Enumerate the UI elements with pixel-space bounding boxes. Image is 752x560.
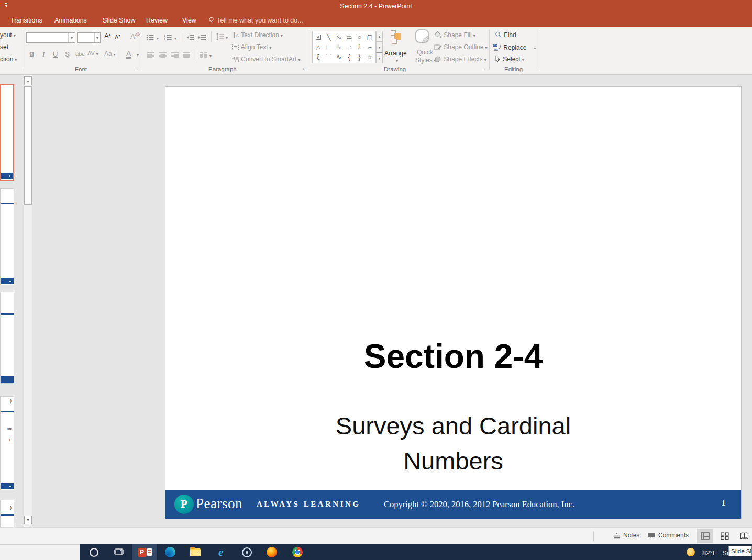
- arrange-button[interactable]: Arrange: [384, 50, 407, 57]
- increase-indent-button[interactable]: [198, 32, 206, 42]
- shape-rectangle-icon[interactable]: ▭: [346, 34, 352, 40]
- shape-arrow-icon[interactable]: ↘: [336, 34, 341, 40]
- convert-to-smartart-button[interactable]: Convert to SmartArt▾: [232, 55, 300, 63]
- change-case-button[interactable]: Aa▾: [104, 50, 116, 58]
- tab-view[interactable]: View: [182, 17, 196, 24]
- shape-elbow-connector-icon[interactable]: ∟: [326, 44, 332, 50]
- weather-widget[interactable]: [685, 546, 696, 558]
- shape-down-arrow-icon[interactable]: ⇩: [357, 44, 362, 50]
- tab-review[interactable]: Review: [146, 17, 168, 24]
- file-explorer-button[interactable]: [190, 546, 201, 558]
- slide-thumbnail-4[interactable]: ) ne I: [0, 396, 14, 490]
- shape-fill-button[interactable]: Shape Fill▾: [434, 31, 475, 39]
- shapes-more-button[interactable]: ▾: [376, 52, 383, 63]
- shape-triangle-icon[interactable]: △: [316, 44, 320, 50]
- decrease-indent-button[interactable]: [186, 32, 195, 42]
- quick-styles-button-line2[interactable]: Styles▾: [415, 57, 436, 64]
- shape-left-brace-icon[interactable]: {: [348, 54, 350, 60]
- shapes-scroll-down-button[interactable]: ▾: [376, 42, 383, 53]
- shape-curve-icon[interactable]: ∿: [336, 54, 341, 60]
- cortana-button[interactable]: [88, 546, 99, 558]
- columns-button[interactable]: ▾: [200, 50, 212, 60]
- bold-button[interactable]: B: [29, 50, 34, 58]
- line-spacing-button[interactable]: ▾: [216, 32, 228, 41]
- text-direction-button[interactable]: A Text Direction▾: [232, 31, 283, 39]
- paragraph-dialog-launcher[interactable]: ⌟: [302, 65, 304, 71]
- chevron-down-icon[interactable]: ▾: [68, 33, 75, 42]
- reset-button[interactable]: set: [0, 43, 8, 51]
- tab-transitions[interactable]: Transitions: [10, 17, 42, 24]
- replace-button[interactable]: abac Replace▾: [493, 43, 536, 51]
- scroll-up-button[interactable]: ▴: [24, 76, 32, 85]
- shape-line-icon[interactable]: ╲: [327, 34, 330, 40]
- shape-corner-icon[interactable]: ⌐: [368, 44, 372, 50]
- shrink-font-button[interactable]: A▾: [115, 33, 120, 40]
- slide-thumbnail-1-selected[interactable]: [0, 84, 14, 181]
- normal-view-button[interactable]: [697, 529, 713, 543]
- align-left-button[interactable]: [147, 50, 155, 60]
- font-name-input[interactable]: [27, 33, 68, 42]
- tell-me-box[interactable]: Tell me what you want to do...: [208, 17, 303, 24]
- select-button[interactable]: Select▾: [495, 55, 524, 63]
- drawing-dialog-launcher[interactable]: ⌟: [482, 65, 485, 71]
- align-center-button[interactable]: [159, 50, 167, 60]
- shape-rounded-rectangle-icon[interactable]: ▢: [367, 34, 372, 40]
- bullets-button[interactable]: ▾: [146, 32, 159, 42]
- shape-scribble-icon[interactable]: ξ: [317, 54, 319, 60]
- shape-right-brace-icon[interactable]: }: [358, 54, 360, 60]
- shapes-scroll-up-button[interactable]: ▴: [376, 31, 383, 42]
- scrollbar-thumb[interactable]: [24, 86, 32, 205]
- shape-text-box-icon[interactable]: A: [316, 35, 320, 40]
- clear-formatting-button[interactable]: A: [130, 32, 140, 42]
- thumbnail-scrollbar[interactable]: ▴ ▾: [23, 75, 32, 527]
- media-app-button[interactable]: [241, 546, 252, 558]
- chrome-button[interactable]: [292, 546, 303, 558]
- shape-star-icon[interactable]: ☆: [367, 54, 373, 60]
- slide-thumbnail-2[interactable]: [0, 188, 14, 285]
- notes-button[interactable]: Notes: [613, 532, 639, 539]
- shape-outline-button[interactable]: Shape Outline▾: [434, 43, 487, 51]
- align-text-button[interactable]: Align Text▾: [232, 43, 272, 51]
- reading-view-button[interactable]: [736, 529, 752, 543]
- tab-slide-show[interactable]: Slide Show: [103, 17, 136, 24]
- tab-animations[interactable]: Animations: [54, 17, 87, 24]
- shape-effects-button[interactable]: Shape Effects▾: [434, 55, 486, 63]
- align-right-button[interactable]: [171, 50, 179, 60]
- justify-button[interactable]: [183, 50, 191, 60]
- italic-button[interactable]: I: [42, 50, 45, 59]
- shape-right-arrow-icon[interactable]: ⇨: [347, 44, 352, 50]
- text-shadow-button[interactable]: S: [65, 50, 70, 58]
- font-name-combobox[interactable]: ▾: [26, 32, 75, 43]
- quick-styles-button[interactable]: Quick: [417, 49, 433, 56]
- shape-oval-icon[interactable]: ○: [358, 34, 361, 40]
- font-dialog-launcher[interactable]: ⌟: [135, 65, 138, 71]
- font-size-combobox[interactable]: ▾: [77, 32, 101, 43]
- font-color-button[interactable]: A: [126, 50, 131, 59]
- shape-arc-icon[interactable]: ⌒: [325, 54, 331, 60]
- powerpoint-taskbar-button[interactable]: P: [132, 544, 157, 560]
- font-size-input[interactable]: [78, 33, 94, 42]
- chevron-down-icon[interactable]: ▾: [94, 33, 100, 42]
- edge-button[interactable]: [164, 546, 176, 558]
- slide-canvas[interactable]: Section 2-4 Surveys and Cardinal Numbers…: [165, 86, 742, 519]
- strikethrough-button[interactable]: abc: [75, 51, 85, 57]
- grow-font-button[interactable]: A▴: [104, 32, 110, 40]
- slide-sorter-view-button[interactable]: [717, 529, 733, 543]
- internet-explorer-button[interactable]: e: [215, 546, 227, 558]
- section-button[interactable]: ction▾: [0, 55, 17, 63]
- slide-subtitle-text[interactable]: Surveys and Cardinal Numbers: [302, 409, 605, 478]
- comments-button[interactable]: Comments: [648, 532, 689, 539]
- scroll-down-button[interactable]: ▾: [24, 516, 32, 524]
- dropdown-caret-icon[interactable]: ▾: [137, 53, 139, 58]
- weather-temperature[interactable]: 82°F: [702, 549, 717, 557]
- firefox-button[interactable]: [266, 546, 278, 558]
- layout-button[interactable]: yout▾: [0, 31, 16, 39]
- numbering-button[interactable]: 123▾: [164, 32, 176, 42]
- task-view-button[interactable]: [113, 546, 125, 558]
- slide-thumbnail-3[interactable]: [0, 292, 14, 384]
- find-button[interactable]: Find: [495, 31, 516, 39]
- slide-title-text[interactable]: Section 2-4: [165, 337, 741, 376]
- slide-thumbnail-5[interactable]: ): [0, 500, 14, 527]
- character-spacing-button[interactable]: AV▾: [87, 50, 98, 57]
- underline-button[interactable]: U: [53, 50, 58, 58]
